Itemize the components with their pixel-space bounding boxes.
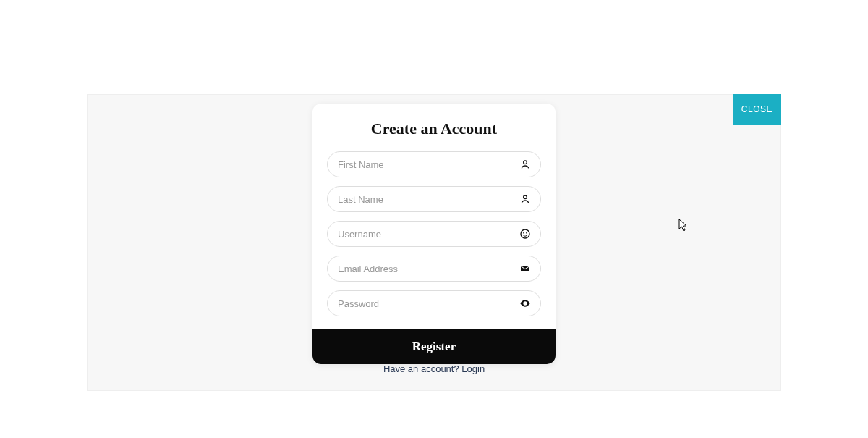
login-link[interactable]: Login [461, 363, 485, 374]
first-name-input[interactable] [327, 151, 541, 177]
person-outline-icon [519, 159, 531, 170]
email-input[interactable] [327, 256, 541, 282]
svg-rect-5 [521, 266, 529, 271]
form-title: Create an Account [312, 104, 556, 151]
form-inputs [312, 151, 556, 316]
username-wrap [327, 221, 541, 247]
svg-point-3 [523, 232, 524, 234]
last-name-input[interactable] [327, 186, 541, 212]
login-prompt: Have an account? Login [383, 363, 485, 374]
password-input[interactable] [327, 290, 541, 316]
register-form-card: Create an Account [312, 104, 556, 364]
username-input[interactable] [327, 221, 541, 247]
first-name-wrap [327, 151, 541, 177]
register-button[interactable]: Register [312, 329, 556, 364]
mail-icon [519, 263, 531, 274]
svg-point-6 [524, 303, 527, 305]
svg-point-1 [524, 195, 527, 199]
email-wrap [327, 256, 541, 282]
face-icon [519, 228, 531, 240]
login-prompt-text: Have an account? [383, 363, 461, 374]
close-button[interactable]: CLOSE [733, 94, 781, 125]
last-name-wrap [327, 186, 541, 212]
person-outline-icon [519, 193, 531, 205]
eye-icon[interactable] [519, 298, 531, 309]
svg-point-4 [526, 232, 527, 234]
svg-point-0 [524, 161, 527, 164]
password-wrap [327, 290, 541, 316]
svg-point-2 [521, 229, 529, 238]
